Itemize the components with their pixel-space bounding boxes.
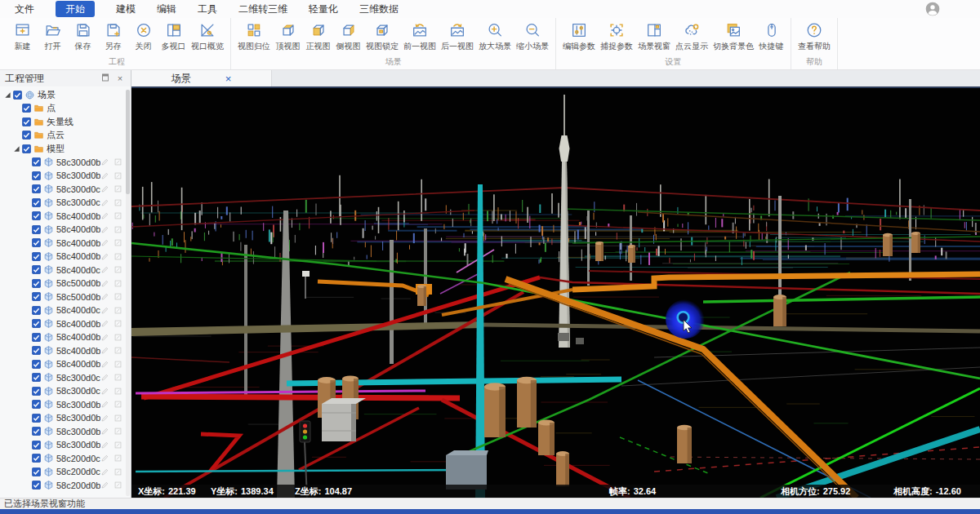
edit-pencil-icon[interactable] (100, 225, 109, 234)
ribbon-button-view-lock[interactable]: 视图锁定 (363, 20, 401, 55)
ribbon-button-prev-view[interactable]: 前一视图 (401, 20, 439, 55)
tree-item-model[interactable]: 58c300d0bc (0, 425, 131, 439)
edit-pencil-icon[interactable] (100, 157, 109, 166)
ribbon-button-multi-viewport[interactable]: 多视口 (158, 20, 189, 55)
tree-item-model[interactable]: 58c400d0bc (0, 330, 131, 344)
edit-note-icon[interactable] (114, 454, 122, 463)
edit-note-icon[interactable] (114, 414, 122, 423)
viewport-3d[interactable]: X坐标:221.39 Y坐标:1389.34 Z坐标:104.87 帧率:32.… (131, 88, 980, 498)
checkbox-checked[interactable] (32, 184, 41, 193)
checkbox-checked[interactable] (32, 171, 41, 180)
user-avatar-icon[interactable] (924, 1, 941, 17)
checkbox-checked[interactable] (32, 265, 41, 274)
edit-note-icon[interactable] (114, 252, 122, 261)
tree-item-model[interactable]: 58c400d0bb (0, 210, 131, 224)
edit-note-icon[interactable] (114, 333, 122, 342)
edit-pencil-icon[interactable] (100, 333, 109, 342)
ribbon-button-help[interactable]: 查看帮助 (795, 20, 833, 55)
edit-note-icon[interactable] (114, 400, 122, 409)
edit-note-icon[interactable] (114, 481, 122, 490)
menu-tab[interactable]: 编辑 (157, 2, 176, 16)
checkbox-checked[interactable] (32, 319, 41, 328)
edit-pencil-icon[interactable] (100, 373, 109, 382)
checkbox-checked[interactable] (32, 292, 41, 301)
edit-note-icon[interactable] (114, 292, 122, 301)
checkbox-checked[interactable] (32, 360, 41, 369)
edit-pencil-icon[interactable] (100, 184, 109, 193)
menu-tab[interactable]: 轻量化 (309, 2, 338, 16)
ribbon-button-next-view[interactable]: 后一视图 (439, 20, 476, 55)
edit-pencil-icon[interactable] (100, 238, 109, 247)
menu-tab[interactable]: 二维转三维 (238, 2, 287, 16)
edit-note-icon[interactable] (114, 373, 122, 382)
edit-note-icon[interactable] (114, 225, 122, 234)
tree-item-folder[interactable]: 模型 (0, 142, 131, 156)
tree-item-model[interactable]: 58c300d0be (0, 156, 131, 170)
scrollbar-thumb[interactable] (126, 90, 130, 194)
menu-tab[interactable]: 开始 (56, 1, 95, 17)
pin-icon[interactable] (100, 73, 111, 84)
ribbon-button-zoom-out[interactable]: 缩小场景 (514, 20, 551, 55)
ribbon-button-shortcut-keys[interactable]: 快捷键 (756, 20, 786, 55)
checkbox-checked[interactable] (32, 454, 41, 463)
scene-canvas[interactable] (131, 88, 980, 498)
checkbox-checked[interactable] (32, 373, 41, 382)
tree-item-model[interactable]: 58c300d0bf (0, 398, 131, 412)
checkbox-checked[interactable] (32, 252, 41, 261)
edit-note-icon[interactable] (114, 184, 122, 193)
ribbon-button-open-folder[interactable]: 打开 (38, 20, 68, 55)
ribbon-button-scene-window[interactable]: 场景视窗 (635, 20, 673, 55)
tree-item-model[interactable]: 58c400d0bc (0, 223, 131, 237)
checkbox-checked[interactable] (32, 279, 41, 288)
tree-item-model[interactable]: 58c400d0bc (0, 237, 131, 250)
edit-note-icon[interactable] (114, 427, 122, 436)
ribbon-button-save[interactable]: 保存 (68, 20, 98, 55)
edit-note-icon[interactable] (114, 360, 122, 369)
menu-tab[interactable]: 文件 (15, 2, 34, 16)
tree-item-model[interactable]: 58c300d0be (0, 411, 131, 425)
ribbon-button-front-view[interactable]: 正视图 (303, 20, 333, 55)
ribbon-button-point-cloud[interactable]: 点云显示 (673, 20, 710, 55)
tab-close-icon[interactable]: × (225, 73, 232, 84)
checkbox-checked[interactable] (32, 238, 41, 247)
edit-pencil-icon[interactable] (100, 427, 109, 436)
edit-note-icon[interactable] (114, 306, 122, 315)
edit-pencil-icon[interactable] (100, 252, 109, 261)
edit-pencil-icon[interactable] (100, 306, 109, 315)
tree-item-folder[interactable]: 点 (0, 102, 131, 116)
tree-item-folder[interactable]: 矢量线 (0, 115, 131, 129)
edit-pencil-icon[interactable] (100, 400, 109, 409)
edit-pencil-icon[interactable] (100, 171, 109, 180)
ribbon-button-close-circle[interactable]: 关闭 (128, 20, 158, 55)
checkbox-checked[interactable] (22, 131, 31, 140)
expand-arrow-icon[interactable] (4, 91, 11, 99)
edit-pencil-icon[interactable] (100, 414, 109, 423)
edit-pencil-icon[interactable] (100, 454, 109, 463)
checkbox-checked[interactable] (32, 211, 41, 220)
tree-item-model[interactable]: 58c500d0bf (0, 277, 131, 290)
checkbox-checked[interactable] (32, 333, 41, 342)
tree-item-model[interactable]: 58c200d0c1 (0, 452, 131, 466)
edit-pencil-icon[interactable] (100, 319, 109, 328)
checkbox-checked[interactable] (32, 225, 41, 234)
tree-item-model[interactable]: 58c300d0bf (0, 169, 131, 183)
expand-arrow-icon[interactable] (13, 145, 20, 153)
tree-item-model[interactable]: 58c300d0c1 (0, 196, 131, 210)
edit-pencil-icon[interactable] (100, 292, 109, 301)
tree-item-model[interactable]: 58c400d0c0 (0, 304, 131, 317)
checkbox-checked[interactable] (13, 91, 22, 100)
edit-pencil-icon[interactable] (100, 198, 109, 207)
tree-item-folder[interactable]: 点云 (0, 129, 131, 143)
edit-note-icon[interactable] (114, 467, 122, 476)
ribbon-button-top-view[interactable]: 顶视图 (273, 20, 303, 55)
ribbon-button-background-color[interactable]: 切换背景色 (710, 20, 756, 55)
checkbox-checked[interactable] (32, 157, 41, 166)
checkbox-checked[interactable] (32, 306, 41, 315)
checkbox-checked[interactable] (22, 117, 31, 126)
ribbon-button-edit-params[interactable]: 编辑参数 (560, 20, 598, 55)
checkbox-checked[interactable] (22, 144, 31, 153)
edit-pencil-icon[interactable] (100, 467, 109, 476)
close-icon[interactable]: × (114, 73, 126, 84)
tree-item-scene[interactable]: 场景 (0, 88, 131, 102)
sidebar-scrollbar[interactable] (126, 90, 130, 496)
